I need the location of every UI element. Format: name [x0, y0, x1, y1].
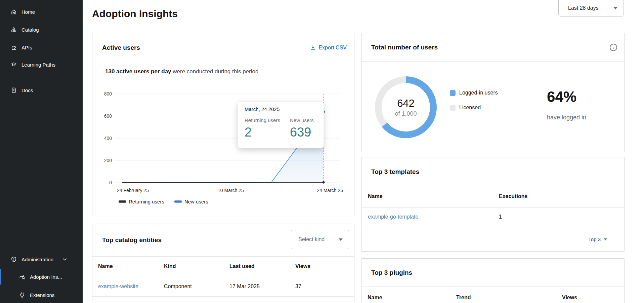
y-tick: 200 — [104, 158, 112, 163]
sidebar-item-docs[interactable]: Docs — [0, 84, 83, 96]
catalog-icon — [11, 27, 17, 33]
licensed-swatch — [450, 105, 456, 111]
administration-icon — [11, 256, 17, 262]
legend-item-returning[interactable]: Returning users — [119, 199, 164, 204]
plugins-card-header: Top 3 plugins — [361, 259, 625, 287]
template-executions: 1 — [499, 214, 502, 220]
y-tick: 600 — [104, 113, 112, 119]
kind-select-value: Select kind — [298, 236, 325, 242]
active-users-card-header: Active users Export CSV — [92, 33, 354, 62]
chart-tooltip: March, 24 2025 Returning users 2 New use… — [238, 101, 324, 148]
percent-value: 64% — [547, 88, 586, 105]
template-name-link[interactable]: example-go-template — [368, 214, 418, 220]
col-header-name: Name — [368, 193, 383, 199]
download-icon — [310, 45, 316, 50]
x-tick: 10 March 25 — [218, 188, 244, 193]
active-users-summary: 130 active users per day were conducted … — [105, 68, 260, 75]
row-divider — [92, 277, 354, 277]
col-header-name: Name — [98, 263, 113, 269]
row-divider — [361, 207, 625, 208]
card-title: Top 3 plugins — [361, 269, 412, 276]
legend-item-licensed: Licensed — [450, 105, 481, 111]
top-templates-card: Top 3 templates Name Executions example-… — [361, 157, 625, 252]
logged-in-swatch — [450, 90, 456, 96]
sidebar-item-label: Adoption Ins... — [30, 274, 62, 280]
series-returning-line — [122, 182, 324, 183]
sidebar-item-label: Learning Paths — [22, 62, 55, 68]
page-size-selector[interactable]: Top 3 — [361, 227, 625, 252]
x-tick: 24 March 25 — [317, 188, 343, 193]
tooltip-value-returning: 2 — [245, 125, 290, 140]
percent-logged-in-block: 64% have logged in — [547, 88, 586, 121]
legend-label: Returning users — [129, 199, 164, 204]
row-divider — [92, 296, 354, 297]
card-title: Top 3 templates — [361, 168, 419, 176]
legend-item-logged-in: Logged-in users — [450, 90, 498, 96]
page-title: Adoption Insights — [92, 8, 178, 20]
top-plugins-card: Top 3 plugins Name Trend Views — [361, 258, 625, 303]
legend-label: Licensed — [459, 105, 481, 111]
tooltip-label-new: New users — [290, 117, 314, 123]
sidebar-item-label: Administration — [22, 257, 53, 262]
col-header-trend: Trend — [456, 295, 471, 301]
adoption-insights-page: Home Catalog APIs Learning Paths Docs Ad… — [0, 0, 644, 303]
sidebar-item-catalog[interactable]: Catalog — [0, 24, 83, 36]
col-header-last-used: Last used — [229, 263, 255, 269]
info-icon[interactable]: i — [610, 44, 617, 51]
date-range-select[interactable]: Last 28 days — [558, 0, 624, 17]
percent-caption: have logged in — [547, 114, 586, 121]
entity-last-used: 17 Mar 2025 — [229, 283, 260, 290]
chevron-down-icon — [604, 238, 607, 240]
col-header-executions: Executions — [499, 193, 527, 199]
top-catalog-entities-card: Top catalog entities Select kind Name Ki… — [92, 224, 354, 303]
kind-select[interactable]: Select kind — [291, 230, 349, 249]
legend-label: New users — [184, 199, 208, 204]
sidebar-item-extensions[interactable]: Extensions — [0, 289, 83, 301]
summary-bold: 130 active users per day — [105, 68, 171, 75]
sidebar: Home Catalog APIs Learning Paths Docs Ad… — [0, 0, 83, 303]
sidebar-item-apis[interactable]: APIs — [0, 41, 83, 53]
export-csv-label: Export CSV — [318, 45, 347, 51]
active-users-card: Active users Export CSV 130 active users… — [92, 33, 354, 216]
header-divider — [83, 24, 644, 24]
y-tick: 0 — [109, 180, 112, 185]
export-csv-button[interactable]: Export CSV — [310, 33, 347, 62]
y-tick: 400 — [104, 136, 112, 141]
logged-in-users-donut — [371, 72, 441, 142]
sidebar-item-adoption-insights[interactable]: Adoption Ins... — [0, 271, 83, 283]
tooltip-label-returning: Returning users — [245, 117, 290, 123]
tooltip-date: March, 24 2025 — [245, 106, 317, 112]
sidebar-item-administration[interactable]: Administration — [0, 253, 83, 265]
entity-name-link[interactable]: example-website — [98, 283, 138, 290]
total-users-card-header: Total number of users i — [361, 33, 625, 62]
learning-paths-icon — [11, 62, 17, 68]
col-header-kind: Kind — [164, 263, 176, 269]
catalog-card-header: Top catalog entities Select kind — [92, 224, 354, 257]
col-header-views: Views — [562, 295, 577, 301]
new-users-swatch — [174, 200, 182, 203]
sidebar-item-label: Extensions — [30, 292, 54, 298]
sidebar-item-label: Home — [22, 9, 35, 15]
active-item-indicator — [0, 269, 1, 285]
entity-views: 37 — [295, 283, 301, 290]
summary-rest: were conducted during this period. — [171, 68, 260, 75]
col-header-views: Views — [295, 263, 310, 269]
total-users-card: Total number of users i 642 of 1,000 Log… — [361, 33, 625, 152]
sidebar-item-learning-paths[interactable]: Learning Paths — [0, 59, 83, 71]
extensions-icon — [19, 292, 25, 298]
sidebar-item-home[interactable]: Home — [0, 6, 83, 18]
date-range-value: Last 28 days — [568, 5, 599, 11]
adoption-insights-icon — [19, 274, 25, 280]
home-icon — [11, 9, 17, 15]
legend-item-new[interactable]: New users — [174, 199, 208, 204]
chevron-down-icon — [339, 238, 343, 241]
sidebar-item-label: Catalog — [22, 27, 39, 33]
legend-label: Logged-in users — [459, 90, 498, 96]
chevron-down-icon — [613, 7, 617, 9]
templates-card-header: Top 3 templates — [361, 157, 625, 186]
y-tick: 800 — [104, 91, 112, 97]
chart-legend: Returning users New users — [119, 199, 208, 204]
returning-users-swatch — [119, 200, 126, 203]
card-title: Active users — [92, 44, 140, 51]
chevron-down-icon — [63, 258, 67, 261]
